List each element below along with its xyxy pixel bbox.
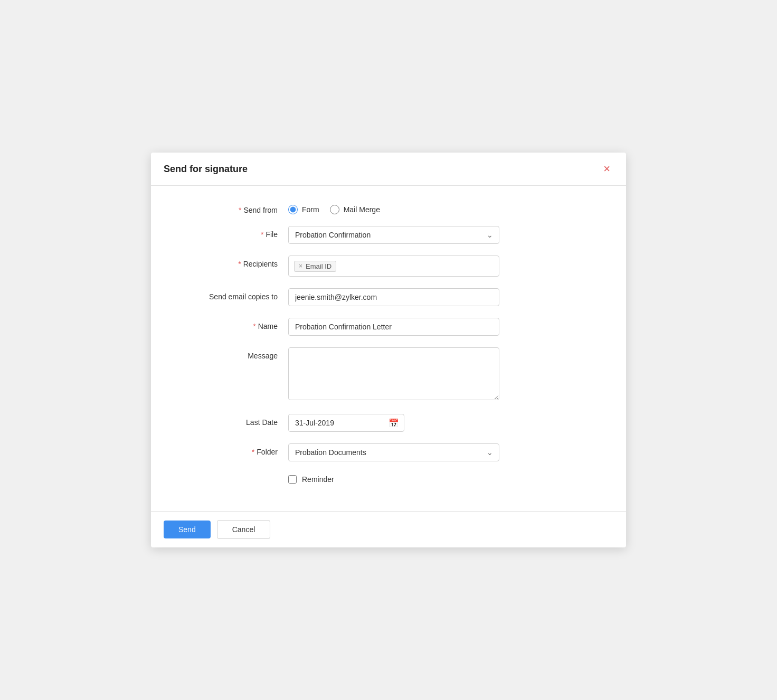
reminder-label-spacer	[172, 473, 288, 477]
recipients-control: × Email ID	[288, 256, 605, 277]
message-control	[288, 347, 605, 402]
message-textarea[interactable]	[288, 347, 499, 400]
file-label: *File	[172, 226, 288, 239]
folder-select[interactable]: Probation Documents	[288, 443, 499, 461]
reminder-control: Reminder	[288, 473, 605, 484]
form-radio-input[interactable]	[288, 205, 298, 214]
name-control	[288, 318, 605, 336]
mail-merge-radio-option[interactable]: Mail Merge	[330, 205, 380, 214]
recipient-tag: × Email ID	[294, 261, 336, 272]
email-copies-control	[288, 288, 605, 306]
form-radio-option[interactable]: Form	[288, 205, 319, 214]
email-copies-label: Send email copies to	[172, 288, 288, 301]
last-date-label: Last Date	[172, 414, 288, 427]
recipients-row: *Recipients × Email ID	[172, 256, 605, 277]
last-date-control: 📅	[288, 414, 605, 432]
send-button[interactable]: Send	[164, 521, 211, 538]
folder-select-wrap: Probation Documents ⌄	[288, 443, 499, 461]
send-for-signature-dialog: Send for signature × *Send from Form Mai…	[151, 153, 626, 547]
name-input[interactable]	[288, 318, 499, 336]
file-select[interactable]: Probation Confirmation	[288, 226, 499, 244]
file-row: *File Probation Confirmation ⌄	[172, 226, 605, 244]
tag-label: Email ID	[306, 262, 331, 270]
reminder-label: Reminder	[302, 475, 334, 484]
last-date-row: Last Date 📅	[172, 414, 605, 432]
last-date-input[interactable]	[288, 414, 404, 432]
reminder-row: Reminder	[172, 473, 605, 484]
cancel-button[interactable]: Cancel	[217, 520, 271, 539]
dialog-footer: Send Cancel	[151, 511, 626, 547]
send-from-row: *Send from Form Mail Merge	[172, 202, 605, 214]
email-copies-input[interactable]	[288, 288, 499, 306]
name-row: *Name	[172, 318, 605, 336]
email-copies-row: Send email copies to	[172, 288, 605, 306]
mail-merge-radio-input[interactable]	[330, 205, 339, 214]
name-label: *Name	[172, 318, 288, 330]
date-wrap: 📅	[288, 414, 404, 432]
message-label: Message	[172, 347, 288, 360]
dialog-header: Send for signature ×	[151, 153, 626, 186]
recipients-label: *Recipients	[172, 256, 288, 268]
message-row: Message	[172, 347, 605, 402]
folder-row: *Folder Probation Documents ⌄	[172, 443, 605, 461]
dialog-title: Send for signature	[164, 164, 248, 175]
reminder-wrap: Reminder	[288, 473, 605, 484]
folder-control: Probation Documents ⌄	[288, 443, 605, 461]
folder-label: *Folder	[172, 443, 288, 456]
reminder-checkbox[interactable]	[288, 475, 297, 484]
dialog-body: *Send from Form Mail Merge *File	[151, 186, 626, 511]
send-from-label: *Send from	[172, 202, 288, 214]
file-control: Probation Confirmation ⌄	[288, 226, 605, 244]
file-select-wrap: Probation Confirmation ⌄	[288, 226, 499, 244]
tag-remove-icon[interactable]: ×	[299, 262, 302, 270]
close-button[interactable]: ×	[600, 162, 613, 176]
send-from-options: Form Mail Merge	[288, 202, 605, 214]
recipients-input-area[interactable]: × Email ID	[288, 256, 499, 277]
